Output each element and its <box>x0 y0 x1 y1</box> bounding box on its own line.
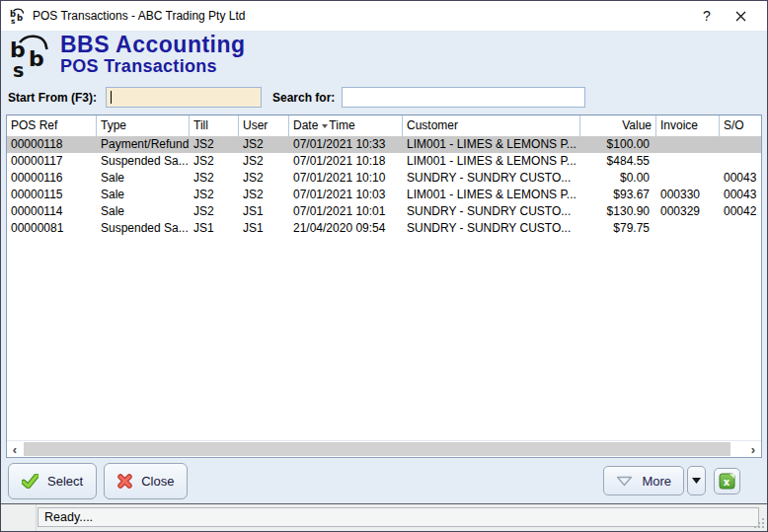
table-row[interactable]: 00000116SaleJS2JS207/01/2021 10:10SUNDRY… <box>7 170 762 187</box>
status-left-panel <box>1 504 37 531</box>
more-button-label: More <box>642 474 671 489</box>
scrollbar-thumb[interactable] <box>24 442 730 456</box>
grid-inner: POS RefTypeTillUserDateTimeCustomerValue… <box>7 115 762 440</box>
select-button[interactable]: Select <box>8 463 97 499</box>
text-caret <box>111 91 112 104</box>
cell-till: JS2 <box>190 153 239 170</box>
table-row[interactable]: 00000115SaleJS2JS207/01/2021 10:03LIM001… <box>7 187 762 203</box>
button-row: Select Close More <box>6 458 762 503</box>
column-header-customer[interactable]: Customer <box>403 115 580 136</box>
cell-till: JS2 <box>190 203 239 220</box>
cell-customer: SUNDRY - SUNDRY CUSTO... <box>403 170 580 187</box>
cell-user: JS2 <box>239 153 289 170</box>
scroll-left-button[interactable]: ‹ <box>7 441 23 457</box>
table-row[interactable]: 00000114SaleJS2JS107/01/2021 10:01SUNDRY… <box>7 203 762 220</box>
column-header-type[interactable]: Type <box>97 115 190 136</box>
transactions-grid: POS RefTypeTillUserDateTimeCustomerValue… <box>6 114 762 458</box>
cell-user: JS2 <box>239 170 289 187</box>
cell-pos_ref: 00000116 <box>7 170 97 187</box>
horizontal-scrollbar[interactable]: ‹ › <box>7 440 761 457</box>
table-row[interactable]: 00000117Suspended Sa...JS2JS207/01/2021 … <box>7 153 762 170</box>
cell-pos_ref: 00000115 <box>7 187 97 203</box>
cell-customer: LIM001 - LIMES & LEMONS P... <box>403 187 580 203</box>
cell-invoice <box>656 136 720 153</box>
cell-so <box>720 136 762 153</box>
status-bar: Ready.... <box>1 503 767 531</box>
close-icon <box>735 11 746 22</box>
cell-value: $130.90 <box>580 203 656 220</box>
scroll-left-icon: ‹ <box>13 442 17 457</box>
more-triangle-icon <box>616 476 633 487</box>
column-header-value[interactable]: Value <box>580 115 656 136</box>
brand-header: b b s BBS Accounting POS Transactions <box>8 34 762 82</box>
cell-type: Suspended Sa... <box>97 220 190 237</box>
column-header-user[interactable]: User <box>239 115 289 136</box>
cell-type: Sale <box>97 170 190 187</box>
status-message: Ready.... <box>38 507 759 527</box>
cell-so <box>720 220 762 237</box>
cell-value: $0.00 <box>580 170 656 187</box>
brand-text: BBS Accounting POS Transactions <box>60 34 246 75</box>
more-button[interactable]: More <box>603 466 684 495</box>
close-button[interactable]: Close <box>104 463 188 499</box>
cell-date_time: 07/01/2021 10:18 <box>289 153 403 170</box>
table-row[interactable]: 00000081Suspended Sa...JS1JS121/04/2020 … <box>7 220 762 237</box>
column-header-invoice[interactable]: Invoice <box>656 115 720 136</box>
close-window-button[interactable] <box>724 1 757 31</box>
scroll-right-icon: › <box>751 442 755 457</box>
close-button-label: Close <box>141 474 174 489</box>
column-header-so[interactable]: S/O <box>720 115 762 136</box>
table-body: 00000118Payment/RefundJS2JS207/01/2021 1… <box>7 136 762 237</box>
column-header-till[interactable]: Till <box>190 115 239 136</box>
help-button[interactable]: ? <box>690 1 724 31</box>
cell-till: JS2 <box>190 136 239 153</box>
cell-customer: LIM001 - LIMES & LEMONS P... <box>403 153 580 170</box>
svg-text:b: b <box>29 46 44 71</box>
scroll-right-button[interactable]: › <box>745 441 761 457</box>
cell-date_time: 07/01/2021 10:33 <box>289 136 403 153</box>
cell-customer: SUNDRY - SUNDRY CUSTO... <box>403 220 580 237</box>
sort-indicator-icon <box>322 124 328 128</box>
cell-customer: SUNDRY - SUNDRY CUSTO... <box>403 203 580 220</box>
cell-pos_ref: 00000081 <box>7 220 97 237</box>
cell-date_time: 07/01/2021 10:03 <box>289 187 403 203</box>
cell-type: Suspended Sa... <box>97 153 190 170</box>
cell-value: $79.75 <box>580 220 656 237</box>
cell-date_time: 21/04/2020 09:54 <box>289 220 403 237</box>
cell-so: 00042 <box>720 203 762 220</box>
svg-text:s: s <box>11 17 16 25</box>
table-row[interactable]: 00000118Payment/RefundJS2JS207/01/2021 1… <box>7 136 762 153</box>
column-header-pos_ref[interactable]: POS Ref <box>7 115 97 136</box>
client-area: b b s BBS Accounting POS Transactions St… <box>1 31 767 503</box>
column-header-date_time[interactable]: DateTime <box>289 115 403 136</box>
grid-empty-area <box>7 237 762 440</box>
start-from-input[interactable] <box>106 87 262 108</box>
cell-user: JS1 <box>239 220 289 237</box>
cell-date_time: 07/01/2021 10:10 <box>289 170 403 187</box>
resize-grip[interactable] <box>753 517 765 529</box>
cell-customer: LIM001 - LIMES & LEMONS P... <box>403 136 580 153</box>
more-dropdown-button[interactable] <box>687 466 706 495</box>
check-icon <box>22 474 38 489</box>
cell-invoice <box>656 153 720 170</box>
cell-invoice <box>656 220 720 237</box>
bbs-logo-icon: b b s <box>8 35 54 84</box>
export-excel-button[interactable]: x <box>714 468 740 494</box>
cell-type: Sale <box>97 187 190 203</box>
cell-pos_ref: 00000114 <box>7 203 97 220</box>
svg-text:b: b <box>17 12 23 22</box>
app-name: BBS Accounting <box>60 34 246 56</box>
search-row: Start From (F3): Search for: <box>8 87 762 108</box>
cell-value: $93.67 <box>580 187 656 203</box>
select-button-label: Select <box>47 474 83 489</box>
help-icon: ? <box>703 8 711 24</box>
cell-invoice <box>656 170 720 187</box>
cell-type: Payment/Refund <box>97 136 190 153</box>
dropdown-arrow-icon <box>692 478 701 484</box>
cell-user: JS2 <box>239 136 289 153</box>
cell-value: $100.00 <box>580 136 656 153</box>
cross-icon <box>117 474 132 489</box>
cell-user: JS1 <box>239 203 289 220</box>
search-for-input[interactable] <box>342 87 585 108</box>
svg-text:s: s <box>13 59 24 80</box>
